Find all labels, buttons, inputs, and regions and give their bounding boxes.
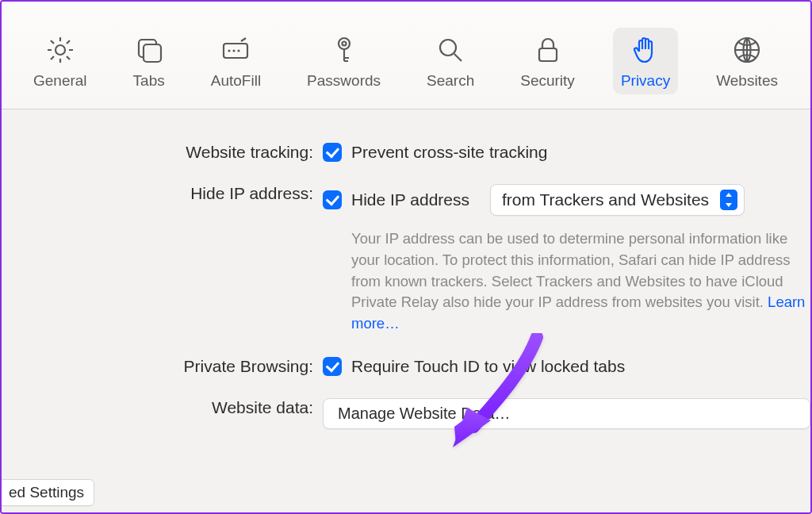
hand-icon	[630, 34, 661, 66]
svg-point-5	[233, 49, 236, 52]
help-text-hide-ip: Your IP address can be used to determine…	[351, 228, 810, 335]
select-value: from Trackers and Websites	[502, 190, 709, 209]
tab-passwords[interactable]: Passwords	[299, 28, 389, 94]
label-hide-ip: Hide IP address:	[2, 184, 323, 203]
tab-label: General	[33, 72, 87, 90]
label-private-browsing: Private Browsing:	[2, 357, 323, 376]
search-icon	[435, 34, 466, 66]
globe-icon	[731, 34, 763, 66]
tab-autofill[interactable]: AutoFill	[203, 28, 269, 94]
svg-rect-3	[224, 44, 247, 58]
gear-icon	[44, 34, 76, 66]
svg-point-7	[339, 38, 350, 49]
key-icon	[328, 34, 360, 66]
row-website-data: Website data: Manage Website Data…	[2, 398, 810, 429]
select-hide-ip-scope[interactable]: from Trackers and Websites	[490, 184, 745, 216]
label-website-tracking: Website tracking:	[2, 143, 323, 162]
tab-security[interactable]: Security	[512, 28, 583, 94]
checkbox-label: Prevent cross-site tracking	[351, 143, 547, 162]
row-website-tracking: Website tracking: Prevent cross-site tra…	[2, 143, 810, 162]
tab-label: AutoFill	[211, 72, 261, 90]
tab-label: Passwords	[307, 72, 381, 90]
tabs-icon	[133, 34, 165, 66]
preferences-toolbar: General Tabs AutoFill Passwords Search	[2, 2, 810, 109]
svg-point-9	[440, 40, 456, 56]
advanced-settings-button-truncated[interactable]: ed Settings	[0, 479, 94, 506]
checkmark-icon	[323, 190, 342, 209]
checkbox-prevent-cross-site-tracking[interactable]: Prevent cross-site tracking	[323, 143, 810, 162]
chevrons-icon	[720, 190, 737, 210]
lock-icon	[532, 34, 564, 66]
tab-label: Search	[427, 72, 474, 90]
row-private-browsing: Private Browsing: Require Touch ID to vi…	[2, 357, 810, 376]
tab-general[interactable]: General	[25, 28, 95, 94]
checkbox-label: Require Touch ID to view locked tabs	[351, 357, 625, 376]
tab-search[interactable]: Search	[419, 28, 482, 94]
tab-tabs[interactable]: Tabs	[125, 28, 173, 94]
svg-point-6	[238, 49, 240, 52]
preferences-window: Privacy General Tabs AutoFill Passwords	[0, 0, 812, 514]
checkbox-require-touchid[interactable]: Require Touch ID to view locked tabs	[323, 357, 810, 376]
tab-label: Privacy	[621, 72, 670, 90]
manage-website-data-button[interactable]: Manage Website Data…	[323, 398, 810, 429]
autofill-icon	[220, 34, 251, 66]
checkmark-icon	[323, 143, 342, 162]
tab-label: Tabs	[133, 72, 165, 90]
tab-label: Websites	[716, 72, 778, 90]
tab-websites[interactable]: Websites	[708, 28, 786, 94]
checkbox-hide-ip[interactable]: Hide IP address	[351, 190, 469, 209]
privacy-pane: Website tracking: Prevent cross-site tra…	[2, 111, 810, 512]
tab-privacy[interactable]: Privacy	[613, 28, 678, 94]
svg-rect-10	[539, 48, 557, 61]
row-hide-ip: Hide IP address: Hide IP address from Tr…	[2, 184, 810, 335]
svg-point-4	[228, 49, 231, 52]
label-website-data: Website data:	[2, 398, 323, 417]
checkmark-icon	[323, 357, 342, 376]
svg-point-0	[56, 45, 65, 55]
svg-rect-2	[144, 44, 161, 62]
svg-point-8	[342, 42, 346, 46]
tab-label: Security	[520, 72, 575, 90]
